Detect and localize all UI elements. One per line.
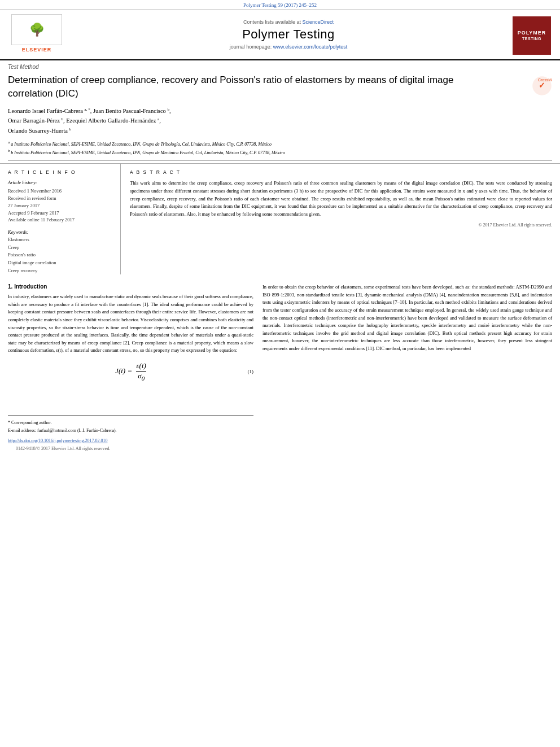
article-title: Determination of creep compliance, recov… xyxy=(8,73,499,101)
affiliation-b: b b Instituto Politécnico Nacional, SEPI… xyxy=(8,148,552,156)
affiliation-a: a a Instituto Politécnico Nacional, SEPI… xyxy=(8,139,552,148)
doi-link[interactable]: http://dx.doi.org/10.1016/j.polymertesti… xyxy=(8,438,108,443)
svg-text:✓: ✓ xyxy=(539,81,545,90)
two-column-section: A R T I C L E I N F O Article history: R… xyxy=(0,163,560,274)
equation-number: (1) xyxy=(248,369,254,374)
crossmark-icon[interactable]: ✓ CrossMark xyxy=(532,76,552,96)
footnote-corresponding: * Corresponding author. xyxy=(8,420,253,426)
badge-title: POLYMER xyxy=(518,30,546,37)
intro-paragraph-1: In industry, elastomers are widely used … xyxy=(8,293,253,355)
intro-paragraph-2: In order to obtain the creep behavior of… xyxy=(262,283,552,352)
author-4: Ezequiel Alberto Gallardo-Hernández a xyxy=(66,117,159,124)
author-2: Juan Benito Pascual-Francisco b xyxy=(93,108,169,114)
accepted-date: Accepted 9 February 2017 xyxy=(8,209,113,217)
introduction-title: 1. Introduction xyxy=(8,283,253,290)
author-5: Orlando Susarrey-Huerta b xyxy=(8,128,71,134)
intro-right: In order to obtain the creep behavior of… xyxy=(262,283,552,455)
journal-homepage: journal homepage: www.elsevier.com/locat… xyxy=(230,44,348,50)
article-type: Test Method xyxy=(0,60,560,71)
keyword-3: Poisson's ratio xyxy=(8,251,113,259)
journal-reference: Polymer Testing 59 (2017) 245–252 xyxy=(243,2,317,8)
keyword-5: Creep recovery xyxy=(8,267,113,275)
article-title-section: Determination of creep compliance, recov… xyxy=(0,71,560,104)
journal-header: 🌳 ELSEVIER Contents lists available at S… xyxy=(0,10,560,60)
elsevier-tree-icon: 🌳 xyxy=(29,23,45,37)
received-date: Received 1 November 2016 xyxy=(8,187,113,195)
received-revised-label: Received in revised form xyxy=(8,195,113,202)
equation-formula: J(t) = ε(t) σ0 xyxy=(115,361,146,382)
elsevier-logo-box: 🌳 xyxy=(11,14,62,45)
intro-left: 1. Introduction In industry, elastomers … xyxy=(8,283,253,455)
keyword-1: Elastomers xyxy=(8,236,113,244)
top-bar: Polymer Testing 59 (2017) 245–252 xyxy=(0,0,560,10)
abstract-text: This work aims to determine the creep co… xyxy=(130,180,552,218)
svg-text:CrossMark: CrossMark xyxy=(538,78,552,82)
elsevier-brand-text: ELSEVIER xyxy=(22,47,52,53)
footnote-area: * Corresponding author. E-mail address: … xyxy=(8,416,253,434)
article-info-header: A R T I C L E I N F O xyxy=(8,169,113,175)
authors-section: Leonardo Israel Farfán-Cabrera a, *, Jua… xyxy=(0,104,560,138)
doi-area[interactable]: http://dx.doi.org/10.1016/j.polymertesti… xyxy=(8,435,253,445)
journal-title: Polymer Testing xyxy=(242,27,335,42)
copyright-line: © 2017 Elsevier Ltd. All rights reserved… xyxy=(130,222,552,228)
keywords-label: Keywords: xyxy=(8,229,113,235)
introduction-section: 1. Introduction In industry, elastomers … xyxy=(0,274,560,455)
affiliations: a a Instituto Politécnico Nacional, SEPI… xyxy=(0,137,560,160)
issn-line: 0142-9418/© 2017 Elsevier Ltd. All right… xyxy=(8,445,253,456)
keyword-4: Digital image correlation xyxy=(8,259,113,267)
equation-1: J(t) = ε(t) σ0 (1) xyxy=(8,361,253,382)
journal-logo-right: POLYMER TESTING xyxy=(509,14,554,55)
sciencedirect-line: Contents lists available at ScienceDirec… xyxy=(243,19,334,25)
journal-center: Contents lists available at ScienceDirec… xyxy=(73,14,504,55)
received-revised-date: 27 January 2017 xyxy=(8,202,113,209)
polymer-testing-badge: POLYMER TESTING xyxy=(513,16,551,55)
abstract-column: A B S T R A C T This work aims to determ… xyxy=(130,164,552,274)
article-info-column: A R T I C L E I N F O Article history: R… xyxy=(8,164,121,274)
homepage-link[interactable]: www.elsevier.com/locate/polytest xyxy=(273,44,348,50)
elsevier-logo: 🌳 ELSEVIER xyxy=(6,14,68,55)
author-1: Leonardo Israel Farfán-Cabrera a, * xyxy=(8,108,90,114)
abstract-header: A B S T R A C T xyxy=(130,169,552,175)
available-date: Available online 11 February 2017 xyxy=(8,216,113,224)
sciencedirect-link[interactable]: ScienceDirect xyxy=(303,19,334,25)
badge-subtitle: TESTING xyxy=(522,36,541,41)
keyword-2: Creep xyxy=(8,244,113,252)
history-label: Article history: xyxy=(8,180,113,185)
author-3: Omar Barragán-Pérez b xyxy=(8,117,63,124)
footnote-email: E-mail address: farfaul@hotmail.com (L.I… xyxy=(8,427,253,434)
